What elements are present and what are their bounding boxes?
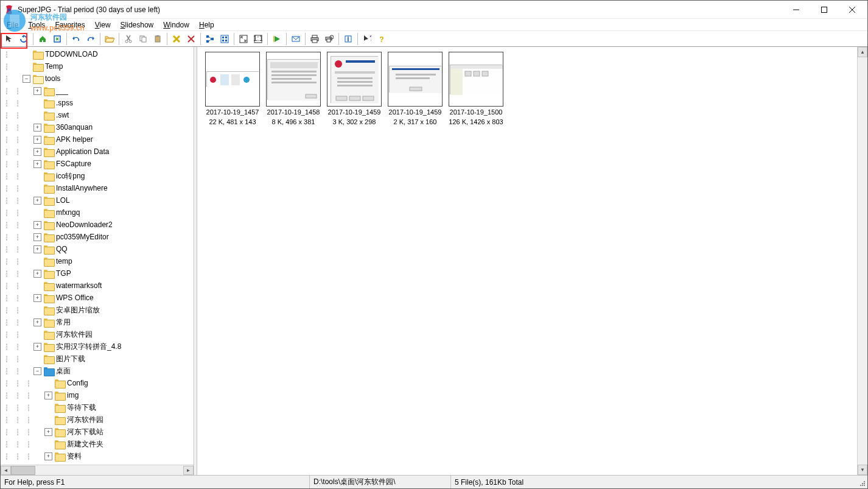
home-icon[interactable] [36,32,49,46]
tree-item[interactable]: ┆┆+TGP [1,267,194,280]
tree-item[interactable]: ┆┆ico转png [1,170,194,182]
refresh-icon[interactable] [51,32,64,46]
tree-item[interactable]: ┆┆+Application Data [1,146,194,158]
menu-slideshow[interactable]: Slideshow [116,19,159,30]
tree-item[interactable]: ┆Temp [1,60,194,72]
tree-icon[interactable] [203,32,217,46]
folder-tree[interactable]: ┆TDDOWNLOAD┆Temp┆−tools┆┆+___┆┆.spss┆┆.s… [1,47,194,465]
expand-icon[interactable]: + [33,197,41,205]
menu-tools[interactable]: Tools [23,19,50,30]
expand-icon[interactable]: + [33,221,41,229]
resize-grip[interactable] [856,476,867,488]
tree-item[interactable]: ┆┆┆+资料 [1,450,194,462]
tree-item[interactable]: ┆┆┆+河东下载站 [1,426,194,438]
tree-item[interactable]: ┆┆┆Config [1,377,194,389]
thumb-vertical-scrollbar[interactable]: ▲ ▼ [857,47,867,475]
expand-icon[interactable]: + [33,87,41,95]
scroll-right-icon[interactable]: ► [183,466,194,475]
menu-file[interactable]: File [2,19,23,30]
tree-item[interactable]: ┆┆+实用汉字转拼音_4.8 [1,340,194,353]
expand-icon[interactable]: + [44,392,52,399]
pointer-icon[interactable] [2,32,16,46]
expand-icon[interactable]: + [33,124,41,132]
expand-icon[interactable]: + [44,428,52,436]
tree-item[interactable]: ┆┆┆等待下载 [1,401,194,413]
expand-icon[interactable]: + [44,452,52,460]
scroll-left-icon[interactable]: ◄ [1,466,11,475]
expand-icon[interactable]: + [33,245,41,253]
context-help-icon[interactable]: ? [360,32,374,46]
menu-window[interactable]: Window [158,19,194,30]
close-button[interactable] [838,1,866,19]
collapse-icon[interactable]: − [33,367,41,375]
tree-item[interactable]: ┆┆┆+img [1,389,194,401]
print-icon[interactable] [308,32,321,46]
print-preview-icon[interactable] [323,32,336,46]
tree-item[interactable]: ┆┆+常用 [1,316,194,328]
tree-item[interactable]: ┆┆+___ [1,85,194,97]
folder-open-icon[interactable] [103,32,116,46]
menu-favorites[interactable]: Favorites [50,19,89,30]
expand-icon[interactable]: + [33,136,41,144]
thumbnail-item[interactable]: 2017-10-19_14592 K, 317 x 160 [387,52,443,126]
tree-item[interactable]: ┆┆+APK helper [1,133,194,146]
tree-item[interactable]: ┆┆temp [1,255,194,267]
expand-icon[interactable]: + [33,148,41,156]
tree-item[interactable]: ┆┆河东软件园 [1,328,194,340]
tree-item[interactable]: ┆┆+LOL [1,194,194,206]
delete-bold-icon[interactable] [170,32,183,46]
minimize-button[interactable] [782,1,810,19]
play-icon[interactable] [270,32,284,46]
expand-icon[interactable]: + [33,343,41,351]
tree-item[interactable]: ┆┆┆新建文件夹 [1,438,194,450]
info-icon[interactable]: i [341,32,355,46]
tree-item[interactable]: ┆┆图片下载 [1,353,194,365]
expand-icon[interactable]: + [33,294,41,302]
tree-item[interactable]: ┆−tools [1,72,194,85]
thumbnail-item[interactable]: 2017-10-19_14593 K, 302 x 298 [326,52,382,126]
expand-icon[interactable]: + [33,233,41,241]
scroll-up-icon[interactable]: ▲ [858,47,867,57]
tree-item[interactable]: ┆┆+WPS Office [1,292,194,304]
thumbnail-item[interactable]: 2017-10-19_14588 K, 496 x 381 [265,52,321,126]
scroll-track[interactable] [858,57,867,465]
copy-icon[interactable] [136,32,150,46]
rotate-icon[interactable] [17,32,30,46]
mail-icon[interactable] [289,32,303,46]
thumbnail-area[interactable]: 2017-10-19_145722 K, 481 x 1432017-10-19… [197,47,857,475]
tree-item[interactable]: ┆┆+pc0359MyEditor [1,231,194,243]
expand-icon[interactable]: + [33,160,41,168]
tree-item[interactable]: ┆┆+FSCapture [1,158,194,170]
tree-item[interactable]: ┆┆.spss [1,97,194,109]
redo-icon[interactable] [84,32,97,46]
menu-view[interactable]: View [90,19,116,30]
tree-item[interactable]: ┆┆安卓图片缩放 [1,304,194,316]
thumbnail-item[interactable]: 2017-10-19_1500126 K, 868 x 489 [448,52,504,126]
tree-item[interactable]: ┆┆┆河东软件园 [1,413,194,426]
thumbs-icon[interactable] [218,32,231,46]
actual-icon[interactable]: 1:1 [251,32,265,46]
collapse-icon[interactable]: − [23,75,30,83]
scroll-thumb[interactable] [11,466,35,475]
tree-item[interactable]: ┆┆+360anquan [1,121,194,133]
tree-horizontal-scrollbar[interactable]: ◄ ► [1,465,194,475]
fit-icon[interactable] [237,32,250,46]
menu-help[interactable]: Help [194,19,219,30]
expand-icon[interactable]: + [33,318,41,326]
tree-item[interactable]: ┆┆mfxngq [1,206,194,219]
tree-item[interactable]: ┆┆watermarksoft [1,280,194,292]
scroll-down-icon[interactable]: ▼ [858,465,867,475]
tree-item[interactable]: ┆┆InstallAnywhere [1,182,194,194]
expand-icon[interactable]: + [33,270,41,278]
maximize-button[interactable] [810,1,838,19]
help-icon[interactable]: ? [375,32,388,46]
tree-item[interactable]: ┆┆+QQ [1,243,194,255]
thumbnail-item[interactable]: 2017-10-19_145722 K, 481 x 143 [205,52,261,126]
delete-icon[interactable] [184,32,198,46]
undo-icon[interactable] [69,32,83,46]
tree-item[interactable]: ┆┆.swt [1,109,194,121]
paste-icon[interactable] [151,32,164,46]
tree-item[interactable]: ┆TDDOWNLOAD [1,48,194,60]
tree-item[interactable]: ┆┆−桌面 [1,365,194,377]
tree-item[interactable]: ┆┆+NeoDownloader2 [1,219,194,231]
